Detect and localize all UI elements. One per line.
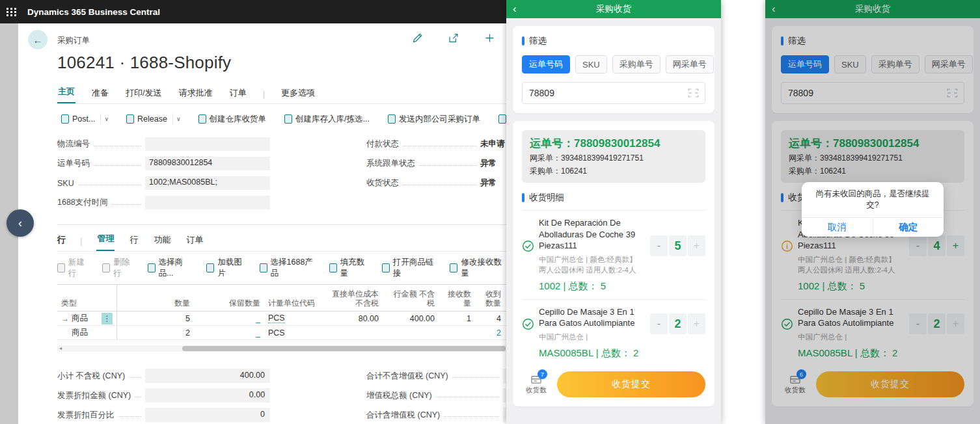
edit-pencil-icon[interactable]: [412, 33, 423, 44]
lines-tab-manage[interactable]: 管理: [96, 230, 115, 251]
send-intercompany-icon: [388, 114, 396, 124]
chip-po-no[interactable]: 采购单号: [612, 55, 660, 73]
receive-count: 7 收货数: [522, 374, 551, 395]
qty-value[interactable]: 2: [669, 313, 687, 334]
release-dropdown-caret[interactable]: ∨: [172, 114, 184, 124]
row-menu-dots-icon[interactable]: ⋮: [102, 313, 113, 325]
post-button[interactable]: Post...: [57, 113, 99, 126]
dialog-cancel-button[interactable]: 取消: [802, 218, 873, 237]
field-receive-status: 收货状态 异常: [366, 176, 519, 190]
cell-line-amount[interactable]: [383, 326, 439, 339]
tab-request-approval[interactable]: 请求批准: [178, 85, 213, 103]
chip-sku[interactable]: SKU: [575, 55, 607, 73]
filter-card: 筛选 运单号码 SKU 采购单号 网采单号: [513, 26, 715, 113]
cell-qty[interactable]: 5: [117, 311, 194, 325]
chip-web-po-no[interactable]: 网采单号: [666, 55, 714, 73]
release-icon: [126, 114, 134, 124]
tab-prepare[interactable]: 准备: [91, 85, 109, 103]
load-images-button[interactable]: 加载图片: [206, 257, 247, 279]
sku-input[interactable]: 1002;MAS0085BL;: [145, 176, 270, 190]
invoice-discount-amount-row: 发票折扣金额 (CNY) 0.00: [57, 388, 270, 403]
receive-count-label: 收货数: [522, 386, 551, 395]
modify-receive-qty-button[interactable]: 修改接收数量: [450, 257, 506, 279]
tab-separator: |: [263, 89, 265, 103]
cell-qty-to-receive[interactable]: 1: [439, 311, 475, 325]
select-items-button[interactable]: 选择商品...: [148, 257, 195, 279]
scroll-left-arrow-icon[interactable]: ◂: [57, 345, 64, 352]
collapse-back-button[interactable]: ‹: [7, 209, 34, 237]
detail-section-label: 收货明细: [529, 192, 564, 204]
create-warehouse-receipt-button[interactable]: 创建仓库收货单: [195, 112, 271, 127]
lines-tab-order[interactable]: 订单: [185, 232, 204, 251]
cell-uom[interactable]: PCS: [268, 313, 285, 323]
item-subtitle: 中国广州总仓 | 颜色:经典款】两人公园休闲 适用人数:2-4人: [539, 254, 642, 275]
qty-plus-button[interactable]: +: [688, 235, 705, 256]
receive-submit-button[interactable]: 收货提交: [557, 371, 705, 397]
cell-qty-received[interactable]: 4: [475, 311, 505, 325]
chip-tracking-no[interactable]: 运单号码: [522, 55, 570, 73]
qty-plus-button[interactable]: +: [688, 313, 705, 334]
invoice-discount-pct-value[interactable]: 0: [145, 408, 270, 422]
cell-qty[interactable]: 2: [117, 326, 194, 339]
tracking-no-input[interactable]: 78809830012854: [145, 157, 270, 170]
page-back-button[interactable]: ←: [28, 30, 48, 49]
cell-line-amount[interactable]: 400.00: [383, 311, 439, 325]
cell-uom[interactable]: PCS: [264, 326, 327, 339]
qty-minus-button[interactable]: -: [650, 313, 668, 334]
logistics-no-input[interactable]: [145, 137, 270, 151]
item-title: Kit De Reparación De Abolladuras De Coch…: [539, 217, 642, 252]
table-row[interactable]: →商品 ⋮ 5 _ PCS 80.00 400.00 1 4: [57, 311, 506, 326]
send-intercompany-po-button[interactable]: 发送内部公司采购订单: [384, 112, 484, 127]
inventory-putaway-icon: [284, 114, 292, 124]
pay-time-input[interactable]: [145, 196, 270, 209]
horizontal-scrollbar[interactable]: ◂: [57, 345, 506, 352]
scrollbar-thumb[interactable]: [182, 346, 506, 351]
new-line-icon: [57, 263, 65, 272]
check-circle-icon: [522, 240, 539, 252]
delete-line-icon: [102, 263, 110, 272]
create-inventory-putaway-button[interactable]: 创建库存入库/拣选...: [280, 112, 374, 127]
cell-reserved[interactable]: _: [194, 311, 264, 325]
barcode-scan-icon[interactable]: [687, 87, 700, 99]
lines-tab-functions[interactable]: 功能: [153, 232, 171, 251]
new-line-button[interactable]: 新建行: [57, 257, 90, 279]
lines-tab-line[interactable]: 行: [129, 232, 139, 251]
field-logistics-no: 物流编号: [57, 137, 270, 151]
post-icon: [61, 114, 69, 124]
cell-unit-cost[interactable]: [327, 326, 383, 339]
panel-header: ‹ 采购收货: [506, 0, 721, 18]
release-button[interactable]: Release: [122, 113, 171, 126]
search-input[interactable]: [522, 82, 705, 104]
section-bar-icon: [522, 193, 524, 202]
subtotal-value[interactable]: 400.00: [145, 369, 270, 383]
app-launcher-waffle-icon[interactable]: [0, 0, 23, 23]
tab-order[interactable]: 订单: [229, 85, 247, 103]
qty-value[interactable]: 5: [669, 235, 687, 256]
cell-unit-cost[interactable]: 80.00: [327, 311, 383, 325]
fill-quantity-button[interactable]: 填充数量: [329, 257, 370, 279]
delete-line-button[interactable]: 删除行: [102, 257, 135, 279]
tracking-no-line: 运单号：78809830012854: [530, 136, 698, 151]
new-plus-icon[interactable]: [484, 33, 495, 44]
open-item-link-button[interactable]: 打开商品链接: [382, 257, 439, 279]
dialog-confirm-button[interactable]: 确定: [873, 218, 944, 237]
table-row[interactable]: →商品 2 _ PCS 2: [57, 326, 506, 340]
panel-back-chevron-icon[interactable]: ‹: [513, 0, 517, 18]
invoice-discount-amount-value[interactable]: 0.00: [145, 388, 270, 403]
tab-home[interactable]: 主页: [57, 83, 75, 103]
select-1688-product-button[interactable]: 选择1688产品: [260, 257, 318, 279]
tracking-info-box: 运单号：78809830012854 网采单：39348183994192717…: [522, 130, 705, 183]
share-icon[interactable]: [448, 33, 459, 44]
field-payment-status: 付款状态 未申请: [366, 137, 519, 151]
item-subtitle: 中国广州总仓 |: [539, 332, 642, 342]
post-dropdown-caret[interactable]: ∨: [100, 114, 112, 124]
receipt-item: Kit De Reparación De Abolladuras De Coch…: [522, 217, 705, 275]
cell-qty-to-receive[interactable]: [439, 326, 475, 339]
tab-more-options[interactable]: 更多选项: [280, 85, 316, 103]
cell-qty-received[interactable]: 2: [475, 326, 505, 339]
field-sku: SKU 1002;MAS0085BL;: [57, 176, 270, 190]
cell-reserved[interactable]: _: [194, 326, 264, 339]
tab-print-send[interactable]: 打印/发送: [125, 85, 163, 103]
qty-minus-button[interactable]: -: [650, 235, 668, 256]
subtotal-row: 小计 不含税 (CNY) 400.00: [57, 369, 270, 383]
